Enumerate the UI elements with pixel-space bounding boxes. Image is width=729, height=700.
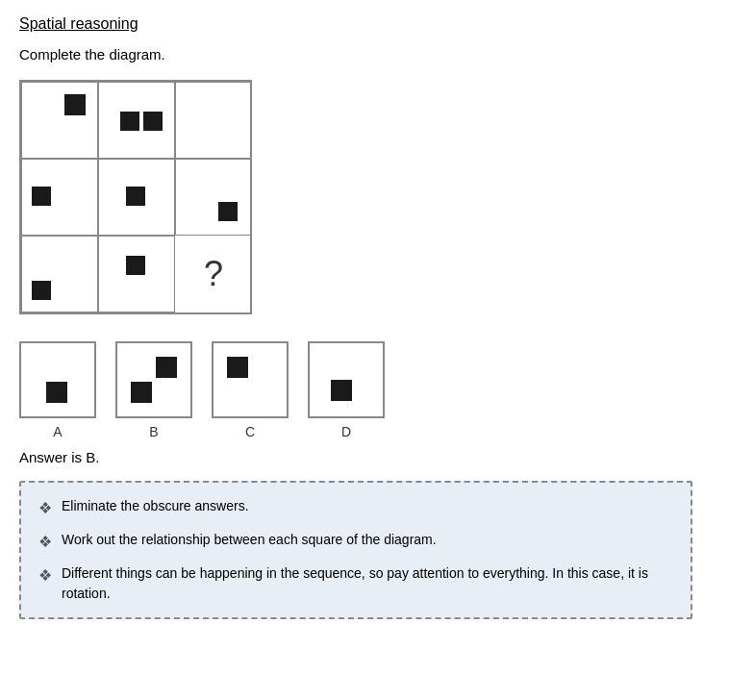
tip-text-1: Eliminate the obscure answers. [62, 496, 249, 516]
cell-r3c2 [98, 236, 175, 312]
instruction-text: Complete the diagram. [19, 46, 710, 62]
options-row: A B C D [19, 341, 710, 439]
bullet-icon-3: ❖ [38, 564, 52, 588]
option-a[interactable]: A [19, 341, 96, 439]
cell-r2c2 [98, 159, 175, 236]
cell-r1c2 [98, 82, 175, 159]
option-c-cell [212, 341, 289, 418]
option-c-label: C [245, 424, 255, 439]
tips-box: ❖ Eliminate the obscure answers. ❖ Work … [19, 481, 692, 619]
tip-item-1: ❖ Eliminate the obscure answers. [38, 496, 673, 520]
cell-r3c1 [21, 236, 98, 312]
bullet-icon-2: ❖ [38, 531, 52, 554]
option-a-label: A [53, 424, 62, 439]
option-a-cell [19, 341, 96, 418]
option-c[interactable]: C [212, 341, 289, 439]
option-b[interactable]: B [115, 341, 192, 439]
cell-r2c3 [175, 159, 252, 236]
option-d-label: D [341, 424, 351, 439]
tip-item-2: ❖ Work out the relationship between each… [38, 530, 673, 554]
option-b-label: B [149, 424, 158, 439]
cell-r1c1 [21, 82, 98, 159]
cell-r2c1 [21, 159, 98, 236]
tip-text-3: Different things can be happening in the… [62, 563, 673, 604]
cell-r3c3-question: ? [175, 236, 252, 312]
bullet-icon-1: ❖ [38, 497, 52, 520]
cell-r1c3 [175, 82, 252, 159]
option-d-cell [308, 341, 385, 418]
answer-text: Answer is B. [19, 449, 710, 465]
option-b-cell [115, 341, 192, 418]
option-d[interactable]: D [308, 341, 385, 439]
page-title: Spatial reasoning [19, 15, 710, 33]
tip-text-2: Work out the relationship between each s… [62, 530, 437, 550]
tip-item-3: ❖ Different things can be happening in t… [38, 563, 673, 604]
main-diagram: ? [19, 80, 252, 314]
